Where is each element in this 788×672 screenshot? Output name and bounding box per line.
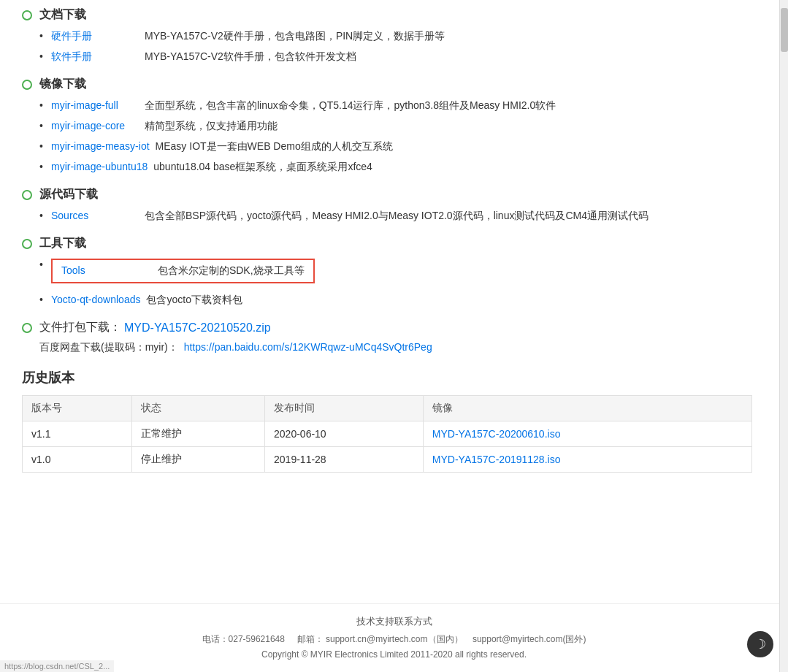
history-title: 历史版本	[22, 369, 752, 386]
software-manual-desc: MYB-YA157C-V2软件手册，包含软件开发文档	[145, 50, 356, 64]
tool-download-section: 工具下载 Tools 包含米尔定制的SDK,烧录工具等 Yocto-qt-dow…	[22, 236, 752, 307]
footer: 技术支持联系方式 电话：027-59621648 邮箱： support.cn@…	[0, 603, 788, 672]
list-item: Yocto-qt-downloads 包含yocto下载资料包	[39, 294, 752, 307]
section-dot-source	[22, 190, 32, 200]
sources-desc: 包含全部BSP源代码，yocto源代码，Measy HMI2.0与Measy I…	[145, 210, 649, 223]
cell-status: 停止维护	[132, 447, 265, 473]
file-download-section: 文件打包下载： MYD-YA157C-20210520.zip 百度网盘下载(提…	[22, 320, 752, 354]
main-content: 文档下载 硬件手册 MYB-YA157C-V2硬件手册，包含电路图，PIN脚定义…	[0, 0, 774, 603]
cell-date: 2019-11-28	[265, 447, 424, 473]
baidu-link-row: 百度网盘下载(提取码：myir)： https://pan.baidu.com/…	[22, 341, 752, 354]
doc-download-section: 文档下载 硬件手册 MYB-YA157C-V2硬件手册，包含电路图，PIN脚定义…	[22, 7, 752, 64]
baidu-url-link[interactable]: https://pan.baidu.com/s/12KWRqwz-uMCq4Sv…	[184, 341, 432, 353]
list-item: myir-image-core 精简型系统，仅支持通用功能	[39, 120, 752, 133]
image-full-desc: 全面型系统，包含丰富的linux命令集，QT5.14运行库，python3.8组…	[145, 99, 556, 112]
tool-download-title: 工具下载	[22, 236, 752, 251]
footer-email-label: 邮箱：	[297, 634, 324, 644]
image-download-heading: 镜像下载	[39, 77, 86, 92]
cell-version: v1.0	[23, 447, 132, 473]
theme-toggle-button[interactable]: ☽	[747, 631, 773, 657]
image-core-desc: 精简型系统，仅支持通用功能	[145, 120, 278, 133]
footer-email-cn: support.cn@myirtech.com（国内）	[326, 634, 463, 644]
doc-download-title: 文档下载	[22, 7, 752, 23]
image-ubuntu18-desc: ubuntu18.04 base框架系统，桌面系统采用xfce4	[153, 161, 372, 174]
footer-phone: 电话：027-59621648	[202, 634, 285, 644]
yocto-qt-downloads-desc: 包含yocto下载资料包	[146, 294, 242, 307]
col-version: 版本号	[23, 396, 132, 421]
list-item: myir-image-measy-iot MEasy IOT是一套由WEB De…	[39, 140, 752, 153]
image-download-list: myir-image-full 全面型系统，包含丰富的linux命令集，QT5.…	[22, 99, 752, 174]
image-measy-iot-link[interactable]: myir-image-measy-iot	[51, 140, 150, 152]
section-dot-file	[22, 323, 32, 333]
scrollbar-thumb[interactable]	[781, 8, 788, 52]
section-dot-doc	[22, 10, 32, 20]
footer-copyright: Copyright © MYIR Electronics Limited 201…	[0, 647, 788, 663]
yocto-qt-downloads-link[interactable]: Yocto-qt-downloads	[51, 294, 140, 305]
list-item: myir-image-full 全面型系统，包含丰富的linux命令集，QT5.…	[39, 99, 752, 112]
cell-version: v1.1	[23, 421, 132, 447]
list-item: Sources 包含全部BSP源代码，yocto源代码，Measy HMI2.0…	[39, 210, 752, 223]
file-download-label: 文件打包下载：	[39, 320, 121, 335]
image-download-title: 镜像下载	[22, 77, 752, 92]
image-download-section: 镜像下载 myir-image-full 全面型系统，包含丰富的linux命令集…	[22, 77, 752, 174]
col-image: 镜像	[423, 396, 751, 421]
tools-highlight-box: Tools 包含米尔定制的SDK,烧录工具等	[51, 259, 315, 283]
sources-link[interactable]: Sources	[51, 210, 139, 221]
section-dot-image	[22, 80, 32, 90]
list-item: 软件手册 MYB-YA157C-V2软件手册，包含软件开发文档	[39, 50, 752, 64]
source-download-section: 源代码下载 Sources 包含全部BSP源代码，yocto源代码，Measy …	[22, 187, 752, 223]
footer-contact: 电话：027-59621648 邮箱： support.cn@myirtech.…	[0, 632, 788, 648]
tool-download-list: Tools 包含米尔定制的SDK,烧录工具等 Yocto-qt-download…	[22, 259, 752, 307]
col-date: 发布时间	[265, 396, 424, 421]
tools-desc: 包含米尔定制的SDK,烧录工具等	[158, 264, 305, 276]
table-row: v1.0 停止维护 2019-11-28 MYD-YA157C-20191128…	[23, 447, 752, 473]
cell-status: 正常维护	[132, 421, 265, 447]
image-link[interactable]: MYD-YA157C-20191128.iso	[432, 454, 561, 465]
source-download-list: Sources 包含全部BSP源代码，yocto源代码，Measy HMI2.0…	[22, 210, 752, 223]
source-download-title: 源代码下载	[22, 187, 752, 202]
section-dot-tool	[22, 239, 32, 249]
tool-download-heading: 工具下载	[39, 236, 86, 251]
status-bar-text: https://blog.csdn.net/CSL_2...	[4, 662, 110, 671]
footer-email-en: support@myirtech.com(国外)	[473, 634, 586, 644]
table-row: v1.1 正常维护 2020-06-10 MYD-YA157C-20200610…	[23, 421, 752, 447]
software-manual-link[interactable]: 软件手册	[51, 50, 139, 64]
image-core-link[interactable]: myir-image-core	[51, 120, 139, 131]
source-download-heading: 源代码下载	[39, 187, 98, 202]
cell-date: 2020-06-10	[265, 421, 424, 447]
footer-support-title: 技术支持联系方式	[0, 613, 788, 630]
list-item: Tools 包含米尔定制的SDK,烧录工具等	[39, 259, 752, 286]
history-table: 版本号 状态 发布时间 镜像 v1.1 正常维护 2020-06-10 MYD-…	[22, 395, 752, 473]
scrollbar[interactable]	[779, 0, 788, 672]
cell-image: MYD-YA157C-20191128.iso	[423, 447, 751, 473]
doc-download-heading: 文档下载	[39, 7, 86, 23]
hardware-manual-link[interactable]: 硬件手册	[51, 30, 139, 43]
zip-download-link[interactable]: MYD-YA157C-20210520.zip	[124, 321, 271, 335]
hardware-manual-desc: MYB-YA157C-V2硬件手册，包含电路图，PIN脚定义，数据手册等	[145, 30, 445, 43]
image-ubuntu18-link[interactable]: myir-image-ubuntu18	[51, 161, 148, 172]
page-container: 文档下载 硬件手册 MYB-YA157C-V2硬件手册，包含电路图，PIN脚定义…	[0, 0, 788, 672]
list-item: 硬件手册 MYB-YA157C-V2硬件手册，包含电路图，PIN脚定义，数据手册…	[39, 30, 752, 43]
baidu-label: 百度网盘下载(提取码：myir)：	[39, 341, 178, 353]
status-bar: https://blog.csdn.net/CSL_2...	[0, 660, 114, 672]
table-header-row: 版本号 状态 发布时间 镜像	[23, 396, 752, 421]
cell-image: MYD-YA157C-20200610.iso	[423, 421, 751, 447]
image-full-link[interactable]: myir-image-full	[51, 99, 139, 111]
doc-download-list: 硬件手册 MYB-YA157C-V2硬件手册，包含电路图，PIN脚定义，数据手册…	[22, 30, 752, 64]
col-status: 状态	[132, 396, 265, 421]
tools-link[interactable]: Tools	[61, 264, 149, 276]
image-link[interactable]: MYD-YA157C-20200610.iso	[432, 428, 561, 440]
moon-icon: ☽	[754, 636, 766, 652]
image-measy-iot-desc: MEasy IOT是一套由WEB Demo组成的人机交互系统	[156, 140, 393, 153]
file-download-title-row: 文件打包下载： MYD-YA157C-20210520.zip	[22, 320, 752, 335]
history-section: 历史版本 版本号 状态 发布时间 镜像 v1.1 正常维护 2020-06-10…	[22, 369, 752, 473]
list-item: myir-image-ubuntu18 ubuntu18.04 base框架系统…	[39, 161, 752, 174]
